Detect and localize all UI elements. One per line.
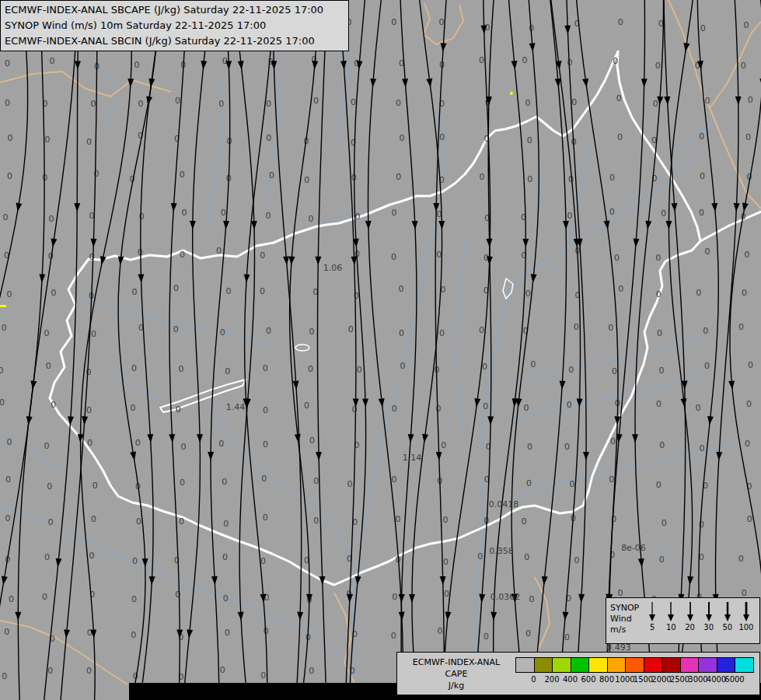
grid-value: 0 bbox=[391, 474, 396, 485]
grid-value: 0 bbox=[611, 514, 616, 524]
grid-value: 0 bbox=[704, 361, 710, 371]
grid-value: 0 bbox=[398, 284, 403, 294]
cape-tick-label: 1000 bbox=[615, 675, 634, 684]
grid-value: 0 bbox=[705, 96, 710, 106]
grid-value: 0 bbox=[746, 399, 752, 409]
grid-value: 0 bbox=[132, 556, 138, 566]
grid-value: 0 bbox=[220, 327, 225, 338]
grid-value: 0 bbox=[9, 594, 14, 604]
cape-tick-label: 600 bbox=[581, 675, 595, 684]
grid-value: 0 bbox=[51, 400, 56, 410]
wind-arrowhead bbox=[211, 576, 218, 585]
grid-value: 0 bbox=[138, 99, 143, 109]
grid-value: 0 bbox=[44, 552, 50, 562]
cape-tick-label: 2000 bbox=[651, 675, 671, 684]
grid-value: 0 bbox=[618, 17, 623, 27]
wind-arrowhead bbox=[487, 239, 493, 247]
cape-legend-param: CAPE bbox=[399, 668, 514, 680]
grid-value: 0 bbox=[655, 61, 661, 71]
wind-arrowhead bbox=[436, 452, 442, 460]
wind-arrowhead bbox=[147, 434, 153, 443]
wind-arrowhead bbox=[645, 221, 651, 229]
grid-value: 0 bbox=[608, 323, 613, 333]
grid-value: 0 bbox=[8, 133, 13, 143]
wind-arrowhead bbox=[149, 576, 155, 585]
wind-arrowhead bbox=[445, 611, 452, 620]
grid-value: 0 bbox=[173, 283, 179, 293]
wind-arrowhead bbox=[138, 275, 144, 283]
wind-arrowhead bbox=[426, 79, 432, 87]
grid-value: 0 bbox=[308, 364, 313, 374]
grid-value: 0 bbox=[653, 99, 658, 109]
grid-value: 0 bbox=[48, 517, 54, 527]
grid-value: 0 bbox=[745, 439, 750, 449]
grid-value: 0 bbox=[86, 405, 92, 415]
wind-arrowhead bbox=[402, 79, 408, 87]
grid-value: 0 bbox=[748, 360, 753, 370]
wind-speed-value: 100 bbox=[738, 623, 753, 632]
grid-value: 0 bbox=[612, 366, 617, 376]
grid-value: 0 bbox=[609, 474, 614, 485]
wind-arrowhead bbox=[564, 26, 571, 34]
wind-arrowhead bbox=[312, 61, 318, 69]
map-title-panel: ECMWF-INDEX-ANAL SBCAPE (J/kg) Saturday … bbox=[0, 0, 349, 51]
grid-value: 0 bbox=[351, 97, 356, 107]
wind-arrowhead bbox=[707, 416, 714, 425]
grid-value: 0 bbox=[568, 365, 574, 375]
grid-value: 0 bbox=[225, 628, 230, 638]
lake-velence bbox=[295, 345, 309, 351]
grid-value: 0 bbox=[46, 361, 51, 371]
grid-value: 0 bbox=[5, 58, 10, 68]
wind-arrowhead bbox=[91, 239, 97, 247]
grid-value: 0 bbox=[266, 133, 271, 143]
grid-value: 0 bbox=[567, 400, 572, 410]
cape-color-cell bbox=[607, 657, 627, 673]
grid-value: 0 bbox=[564, 632, 570, 642]
cape-color-cell bbox=[662, 657, 681, 673]
cape-tick-label: 3000 bbox=[688, 675, 707, 684]
cape-color-cell bbox=[515, 657, 535, 673]
cape-tick-label: 400 bbox=[563, 675, 578, 684]
grid-value: 0 bbox=[525, 628, 531, 639]
cape-color-cell bbox=[571, 657, 590, 673]
wind-arrowhead bbox=[399, 612, 405, 621]
wind-arrowhead bbox=[728, 380, 735, 389]
grid-value: 0 bbox=[745, 250, 750, 260]
cape-color-cell bbox=[534, 657, 553, 673]
grid-value: 0 bbox=[42, 173, 47, 183]
grid-value: 0 bbox=[45, 135, 51, 145]
grid-value: 0 bbox=[131, 630, 136, 640]
wind-arrowhead bbox=[118, 256, 124, 264]
wind-arrowhead bbox=[208, 452, 214, 460]
wind-arrowhead bbox=[687, 576, 693, 585]
grid-value: 0 bbox=[479, 325, 484, 335]
index-value-label: 1.06 bbox=[323, 263, 343, 273]
wind-arrowhead bbox=[409, 594, 415, 603]
wind-arrowhead bbox=[100, 256, 106, 265]
grid-value: 0 bbox=[743, 20, 749, 30]
grid-value: 0 bbox=[131, 363, 137, 373]
cape-colorbar-cells bbox=[515, 657, 754, 673]
wind-speed-item: 10 bbox=[662, 600, 680, 632]
grid-value: 0 bbox=[89, 551, 95, 561]
grid-value: 0 bbox=[347, 479, 353, 489]
cape-colorbar: 0200400600800100015002000250030004000600… bbox=[514, 654, 758, 693]
grid-value: 0 bbox=[742, 288, 747, 298]
wind-speed-scale: 510203050100 bbox=[643, 600, 756, 641]
grid-value: 0 bbox=[263, 405, 268, 415]
wind-arrowhead bbox=[355, 576, 361, 585]
grid-value: 0 bbox=[522, 516, 527, 527]
grid-value: 0 bbox=[437, 626, 442, 636]
down-arrow-icon bbox=[684, 600, 696, 622]
grid-value: 0 bbox=[0, 397, 5, 408]
grid-value: 0 bbox=[436, 404, 442, 414]
wind-arrowhead bbox=[223, 221, 229, 229]
grid-value: 0 bbox=[309, 214, 314, 224]
grid-value: 0 bbox=[132, 287, 138, 297]
grid-value: 0 bbox=[226, 286, 232, 296]
index-value-label: 0.0418 bbox=[489, 499, 519, 509]
cape-color-cell bbox=[717, 657, 736, 673]
cape-tick-label: 4000 bbox=[707, 675, 726, 684]
wind-arrowhead bbox=[716, 452, 722, 460]
grid-value: 0 bbox=[7, 171, 12, 181]
